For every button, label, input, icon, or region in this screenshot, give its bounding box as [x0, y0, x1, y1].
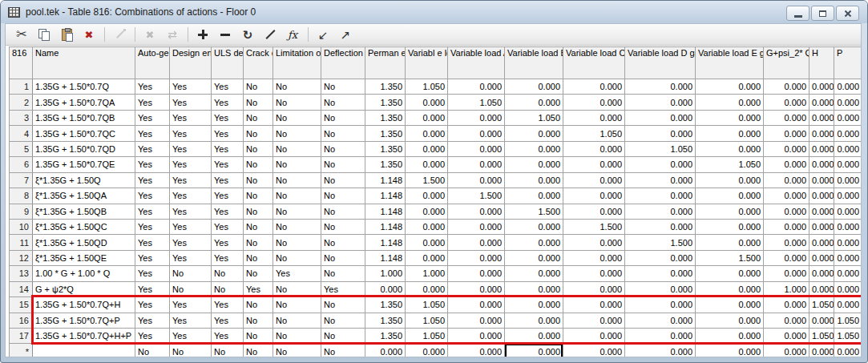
cell[interactable]: 1.148 — [365, 188, 406, 204]
cell[interactable]: No — [321, 95, 365, 110]
cell[interactable]: 1.050 — [696, 157, 764, 172]
cell[interactable]: Yes — [170, 157, 212, 172]
cell[interactable]: 0.000 — [625, 219, 696, 234]
cell[interactable]: 0.000 — [625, 329, 696, 344]
cell[interactable]: 0.000 — [625, 281, 696, 296]
cell[interactable]: 1.050 — [809, 297, 834, 313]
cell[interactable]: Yes — [212, 329, 244, 344]
cell[interactable]: 0.000 — [448, 79, 505, 95]
cell[interactable]: 1.350 — [365, 95, 406, 110]
row-number[interactable]: 6 — [10, 157, 33, 172]
cell[interactable]: 1.050 — [834, 329, 862, 344]
cell[interactable]: 0.000 — [834, 95, 862, 110]
cell[interactable]: No — [321, 297, 365, 313]
cell[interactable]: Yes — [170, 329, 212, 344]
cell[interactable]: 0.000 — [696, 344, 764, 357]
cell[interactable]: Yes — [170, 110, 212, 125]
cell[interactable]: Yes — [135, 204, 170, 219]
cell[interactable]: 0.000 — [625, 344, 696, 357]
cell[interactable]: 1.000 — [764, 281, 809, 296]
cell[interactable]: 1.000 — [406, 266, 448, 281]
cell[interactable]: No — [212, 344, 244, 357]
cell[interactable]: 0.000 — [406, 219, 448, 234]
column-header[interactable]: Variable load D gamma_Q*psi — [625, 47, 696, 79]
column-header[interactable]: Variable load B gamma_Q*psi — [505, 47, 563, 79]
cell[interactable]: Yes — [135, 281, 170, 296]
cell[interactable]: 0.000 — [764, 219, 809, 234]
cell[interactable]: 0.000 — [809, 281, 834, 296]
cell[interactable]: No — [212, 281, 244, 296]
cell[interactable]: No — [321, 235, 365, 250]
row-number[interactable]: 15 — [10, 297, 33, 313]
cell[interactable]: 0.000 — [406, 126, 448, 141]
cell[interactable]: 0.000 — [365, 281, 406, 296]
cell[interactable]: No — [273, 157, 321, 172]
cell[interactable]: 0.000 — [764, 204, 809, 219]
cell[interactable]: 1.500 — [625, 235, 696, 250]
cell[interactable]: 0.000 — [448, 157, 505, 172]
cell[interactable]: Yes — [135, 297, 170, 313]
function-button[interactable]: ƒx — [283, 26, 302, 43]
cell[interactable]: No — [244, 266, 273, 281]
cell[interactable]: Yes — [135, 329, 170, 344]
row-number[interactable]: 5 — [10, 141, 33, 156]
cell[interactable]: No — [273, 329, 321, 344]
cell[interactable]: 1.35G + 1.50*0.7QA — [33, 95, 135, 110]
cell[interactable]: 0.000 — [448, 250, 505, 265]
cell[interactable]: ξ*1.35G + 1.50QE — [33, 250, 135, 265]
cell[interactable]: 0.000 — [625, 110, 696, 125]
cell[interactable]: No — [273, 344, 321, 357]
cell[interactable]: 0.000 — [764, 126, 809, 141]
cell[interactable]: Yes — [170, 250, 212, 265]
cell[interactable]: 0.000 — [696, 281, 764, 296]
cell[interactable]: 0.000 — [448, 313, 505, 328]
cell[interactable]: Yes — [170, 95, 212, 110]
cell[interactable]: No — [273, 172, 321, 188]
cell[interactable]: 0.000 — [809, 126, 834, 141]
cell[interactable]: 0.000 — [834, 219, 862, 234]
cell[interactable]: 0.000 — [448, 126, 505, 141]
cell[interactable]: No — [170, 344, 212, 357]
cell[interactable]: 0.000 — [448, 219, 505, 234]
cell[interactable]: 0.000 — [834, 297, 862, 313]
cell[interactable]: 1.500 — [505, 204, 563, 219]
row-number[interactable]: 8 — [10, 188, 33, 204]
row-number[interactable]: 4 — [10, 126, 33, 141]
cell[interactable]: 0.000 — [505, 266, 563, 281]
cell[interactable]: G + ψ2*Q — [33, 281, 135, 296]
column-header[interactable]: Variable load E gamma_Q*psi — [696, 47, 764, 79]
cell[interactable]: 0.000 — [563, 281, 625, 296]
cell[interactable]: Yes — [212, 235, 244, 250]
cell[interactable]: Yes — [135, 95, 170, 110]
delete-button[interactable]: ✖ — [79, 26, 99, 43]
cell[interactable]: No — [244, 141, 273, 156]
cell[interactable]: 0.000 — [406, 344, 448, 357]
column-header[interactable]: Limitation of stresses — [273, 47, 321, 79]
cell[interactable]: 0.000 — [696, 126, 764, 141]
cell[interactable]: 0.000 — [406, 188, 448, 204]
cell[interactable]: Yes — [212, 250, 244, 265]
cell[interactable]: 1.148 — [365, 204, 406, 219]
cell[interactable]: 0.000 — [448, 235, 505, 250]
cell[interactable]: 0.000 — [696, 313, 764, 328]
cell[interactable]: 0.000 — [696, 329, 764, 344]
cell[interactable]: 0.000 — [563, 172, 625, 188]
cell[interactable]: 0.000 — [406, 141, 448, 156]
cell[interactable]: Yes — [170, 126, 212, 141]
cell[interactable]: 0.000 — [764, 235, 809, 250]
cell[interactable]: Yes — [135, 157, 170, 172]
cell[interactable]: 0.000 — [764, 313, 809, 328]
cell[interactable]: Yes — [135, 266, 170, 281]
cell[interactable]: Yes — [170, 313, 212, 328]
cell[interactable]: 1.050 — [625, 141, 696, 156]
cell[interactable]: 0.000 — [448, 344, 505, 357]
cell[interactable]: No — [273, 235, 321, 250]
cell[interactable]: 0.000 — [696, 79, 764, 95]
cell[interactable]: 0.000 — [505, 235, 563, 250]
paste-button[interactable] — [57, 26, 76, 43]
cell[interactable]: No — [321, 79, 365, 95]
cell[interactable]: No — [244, 235, 273, 250]
cell[interactable]: No — [273, 141, 321, 156]
cell[interactable]: Yes — [135, 110, 170, 125]
cell[interactable]: 0.000 — [809, 204, 834, 219]
